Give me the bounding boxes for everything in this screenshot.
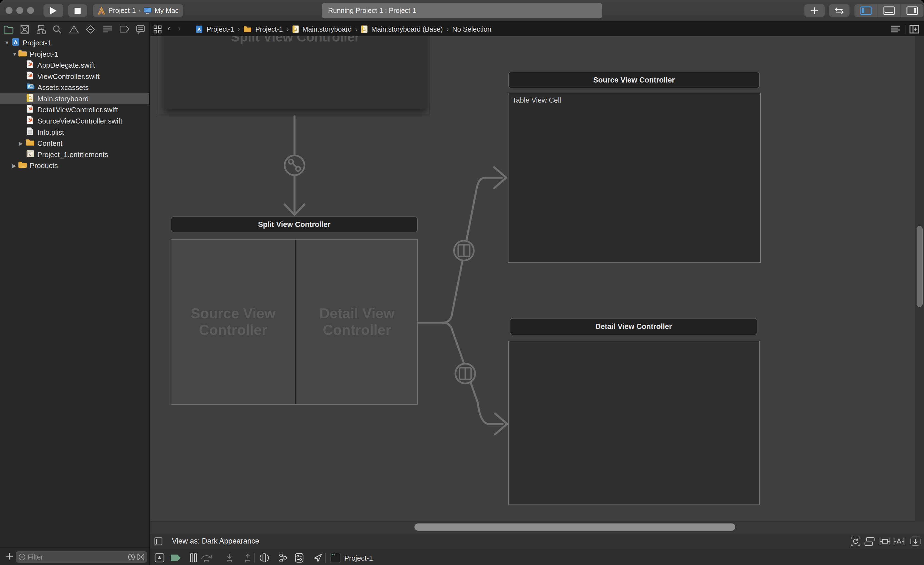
document-outline-button[interactable] xyxy=(891,25,901,35)
horizontal-scrollbar-track[interactable] xyxy=(150,521,924,533)
tab-report-navigator[interactable] xyxy=(136,25,145,35)
pause-button[interactable] xyxy=(189,553,198,565)
toggle-debug-area-button[interactable] xyxy=(877,5,900,17)
horizontal-scrollbar-thumb[interactable] xyxy=(414,523,735,530)
scene-title: Detail View Controller xyxy=(596,322,672,331)
navigator-tab-bar xyxy=(0,24,150,36)
simulate-location-button[interactable] xyxy=(313,553,322,565)
tab-breakpoint-navigator[interactable] xyxy=(120,26,129,34)
memory-graph-button[interactable] xyxy=(278,553,287,565)
source-control-status-icon[interactable] xyxy=(137,553,144,560)
running-app-label[interactable]: Project-1 xyxy=(344,554,373,562)
splitview-segue-icon[interactable] xyxy=(455,364,475,383)
traffic-minimize-button[interactable] xyxy=(16,7,23,14)
scene-header-split-view-controller[interactable]: Split View Controller xyxy=(171,216,418,233)
step-into-button[interactable] xyxy=(224,554,235,565)
file-name: Content xyxy=(38,139,62,147)
filter-input[interactable] xyxy=(28,553,126,561)
forward-button[interactable]: › xyxy=(178,24,181,32)
test-diamond-icon xyxy=(86,25,95,34)
file-row[interactable]: ▶ Content xyxy=(0,138,149,149)
file-name: DetailViewController.swift xyxy=(38,105,118,114)
file-row[interactable]: SourceViewController.swift xyxy=(0,115,149,126)
tab-project-navigator[interactable] xyxy=(4,25,14,35)
environment-overrides-button[interactable] xyxy=(294,553,304,565)
breadcrumb-segment[interactable]: Main.storyboard xyxy=(303,25,352,33)
vertical-scrollbar-thumb[interactable] xyxy=(916,226,922,307)
breakpoint-tag-icon xyxy=(120,26,129,33)
filter-field[interactable] xyxy=(16,551,147,563)
xcode-window: Project-1 › My Mac Running Project-1 : P… xyxy=(0,0,924,565)
table-view-cell-label[interactable]: Table View Cell xyxy=(512,96,561,105)
file-row[interactable]: ▼ Project-1 xyxy=(0,48,149,60)
tab-source-control[interactable] xyxy=(20,25,29,35)
add-constraints-button[interactable] xyxy=(893,536,905,548)
file-row[interactable]: ▶ Products xyxy=(0,160,149,171)
view-as-label[interactable]: View as: Dark Appearance xyxy=(172,537,260,545)
toggle-inspector-button[interactable] xyxy=(900,5,924,17)
step-over-button[interactable] xyxy=(200,554,214,565)
file-row-selected[interactable]: Main.storyboard xyxy=(0,93,149,104)
view-debugger-icon xyxy=(260,553,269,562)
file-row[interactable]: Assets.xcassets xyxy=(0,82,149,93)
splitview-segue-icon[interactable] xyxy=(454,241,474,260)
file-row[interactable]: Project_1.entitlements xyxy=(0,149,149,160)
view-hierarchy-debugger-button[interactable] xyxy=(260,553,269,565)
step-out-button[interactable] xyxy=(242,554,253,565)
run-button[interactable] xyxy=(44,5,63,17)
add-editor-button[interactable] xyxy=(909,25,920,35)
breadcrumb-segment[interactable]: Project-1 xyxy=(207,25,234,33)
storyboard-canvas[interactable]: Split View Controller xyxy=(150,36,924,533)
toggle-navigator-button[interactable] xyxy=(854,5,877,17)
file-row[interactable]: Info.plist xyxy=(0,126,149,138)
related-items-button[interactable] xyxy=(153,25,162,35)
folder-navigator-icon xyxy=(4,25,14,33)
split-view-controller-view[interactable]: Source View Controller Detail View Contr… xyxy=(171,239,418,405)
tab-debug-navigator[interactable] xyxy=(103,25,112,35)
scheme-selector[interactable]: Project-1 › My Mac xyxy=(93,5,183,17)
resolve-autolayout-button[interactable] xyxy=(910,536,921,548)
detail-view-controller-view[interactable] xyxy=(508,341,760,505)
disclosure-closed-icon[interactable]: ▶ xyxy=(19,140,23,146)
file-row[interactable]: DetailViewController.swift xyxy=(0,104,149,115)
debugbar-divider xyxy=(325,553,326,563)
recent-files-clock-icon[interactable] xyxy=(128,553,135,560)
tab-issue-navigator[interactable] xyxy=(69,25,79,35)
device-appearance-icon[interactable] xyxy=(154,537,163,548)
relationship-segue-icon[interactable] xyxy=(285,155,304,175)
embed-in-stack-button[interactable] xyxy=(864,536,875,548)
resolve-issues-icon xyxy=(910,536,921,546)
update-frames-button[interactable] xyxy=(850,536,861,548)
vertical-scrollbar-track[interactable] xyxy=(915,36,924,521)
breadcrumb-segment[interactable]: Main.storyboard (Base) xyxy=(371,25,443,33)
storyboard-file-icon xyxy=(361,25,368,33)
tab-symbol-navigator[interactable] xyxy=(37,25,46,35)
breakpoints-toggle-button[interactable] xyxy=(170,554,181,563)
running-app-badge[interactable] xyxy=(330,552,341,565)
disclosure-closed-icon[interactable]: ▶ xyxy=(12,162,16,168)
file-row[interactable]: ViewController.swift xyxy=(0,71,149,82)
tab-find-navigator[interactable] xyxy=(53,25,62,35)
align-button[interactable] xyxy=(879,536,891,548)
breadcrumb-segment[interactable]: No Selection xyxy=(452,25,491,33)
file-row[interactable]: AppDelegate.swift xyxy=(0,59,149,71)
traffic-close-button[interactable] xyxy=(6,7,13,14)
tab-test-navigator[interactable] xyxy=(86,25,95,35)
traffic-zoom-button[interactable] xyxy=(27,7,34,14)
breadcrumb-segment[interactable]: Project-1 xyxy=(255,25,283,33)
stop-button[interactable] xyxy=(68,5,87,17)
back-button[interactable]: ‹ xyxy=(168,24,170,32)
toggle-debug-area-button[interactable] xyxy=(154,553,165,565)
scene-header-source-view-controller[interactable]: Source View Controller xyxy=(508,72,760,88)
plus-icon xyxy=(5,552,14,560)
file-row[interactable]: ▼ Project-1 xyxy=(0,37,149,48)
source-view-controller-view[interactable]: Table View Cell xyxy=(508,93,760,263)
disclosure-open-icon[interactable]: ▼ xyxy=(4,40,10,46)
disclosure-open-icon[interactable]: ▼ xyxy=(12,51,17,57)
report-bubble-icon xyxy=(136,25,145,34)
version-editor-button[interactable] xyxy=(829,5,849,17)
add-file-button[interactable] xyxy=(5,552,14,562)
library-add-button[interactable] xyxy=(804,5,825,17)
scene-header-detail-view-controller[interactable]: Detail View Controller xyxy=(510,318,758,335)
breadcrumb-separator: › xyxy=(446,25,448,33)
